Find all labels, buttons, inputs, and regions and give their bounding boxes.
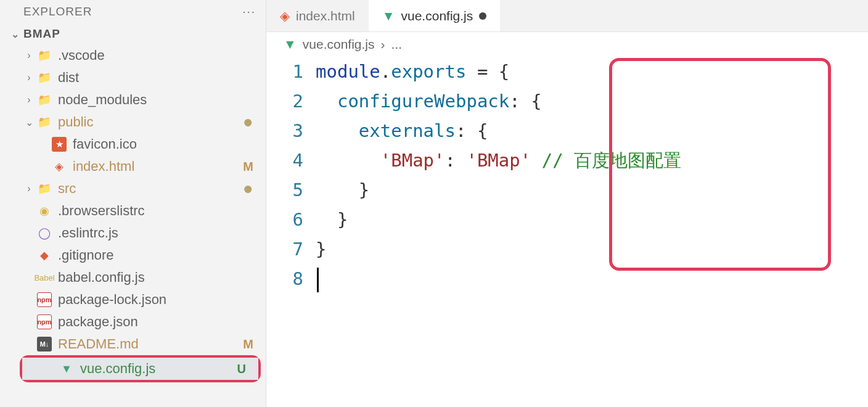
- vue-icon: ▼: [382, 9, 395, 23]
- breadcrumb-rest: ...: [391, 37, 403, 52]
- file-label: dist: [58, 70, 253, 86]
- star-icon: ★: [52, 137, 67, 152]
- file-label: package.json: [58, 314, 253, 330]
- breadcrumb[interactable]: ▼ vue.config.js › ...: [266, 32, 868, 57]
- breadcrumb-file: vue.config.js: [303, 37, 375, 52]
- html-icon: ◈: [280, 9, 290, 23]
- chevron-down-icon: ⌄: [10, 28, 21, 40]
- folder-grn-icon: 📁: [37, 92, 52, 107]
- git-icon: ◆: [37, 248, 52, 263]
- git-status-untracked: U: [237, 362, 246, 376]
- cursor: [317, 268, 319, 292]
- highlighted-file-box: ▼ vue.config.js U: [20, 355, 261, 382]
- npm-icon: npm: [37, 292, 52, 307]
- editor-area: ◈index.html▼vue.config.js ▼ vue.config.j…: [266, 0, 868, 407]
- tab-vue-config-js[interactable]: ▼vue.config.js: [369, 0, 501, 31]
- git-status: M: [243, 337, 253, 352]
- explorer-more-icon[interactable]: ···: [242, 5, 256, 18]
- code-content[interactable]: module.exports = { configureWebpack: { e…: [316, 57, 681, 294]
- tree-item[interactable]: Babelbabel.config.js: [0, 266, 266, 289]
- file-label: index.html: [73, 158, 243, 175]
- file-label: .eslintrc.js: [58, 225, 253, 241]
- tree-item[interactable]: ›📁src●: [0, 178, 266, 200]
- file-label: favicon.ico: [73, 136, 253, 152]
- tree-item[interactable]: ›📁.vscode: [0, 44, 266, 67]
- git-status: M: [243, 160, 253, 174]
- yellow-icon: ◉: [37, 204, 52, 218]
- tab-label: index.html: [296, 9, 355, 23]
- file-label: .gitignore: [58, 247, 253, 263]
- tree-file-vue-config[interactable]: ▼ vue.config.js U: [22, 358, 258, 380]
- file-label: .vscode: [58, 47, 253, 64]
- babel-icon: Babel: [37, 270, 52, 285]
- file-label: package-lock.json: [58, 292, 253, 308]
- tab-label: vue.config.js: [401, 9, 473, 23]
- tree-item[interactable]: ◆.gitignore: [0, 244, 266, 266]
- folder-blue-icon: 📁: [37, 48, 52, 63]
- file-label: README.md: [58, 336, 243, 352]
- line-numbers: 12345678: [285, 57, 316, 294]
- chevron-icon: ›: [23, 183, 35, 194]
- tree-item[interactable]: npmpackage.json: [0, 311, 266, 333]
- tree-item[interactable]: ›📁node_modules: [0, 89, 266, 111]
- file-label: vue.config.js: [80, 361, 237, 377]
- code-editor[interactable]: 12345678 module.exports = { configureWeb…: [285, 57, 850, 294]
- folder-yel-icon: 📁: [37, 70, 52, 85]
- tab-index-html[interactable]: ◈index.html: [266, 0, 369, 31]
- tree-item[interactable]: npmpackage-lock.json: [0, 289, 266, 311]
- vue-icon: ▼: [284, 37, 297, 52]
- md-icon: M↓: [37, 337, 52, 352]
- chevron-icon: ›: [23, 50, 35, 61]
- folder-grn-icon: 📁: [37, 181, 52, 196]
- tree-item[interactable]: ◉.browserslistrc: [0, 200, 266, 222]
- explorer-title: EXPLORER: [23, 5, 92, 18]
- file-label: babel.config.js: [58, 269, 253, 286]
- file-label: .browserslistrc: [58, 203, 253, 219]
- vue-icon: ▼: [59, 361, 74, 376]
- chevron-icon: ›: [23, 94, 35, 105]
- npm-icon: npm: [37, 314, 52, 329]
- tree-item[interactable]: M↓README.mdM: [0, 333, 266, 355]
- html-icon: ◈: [52, 159, 67, 174]
- tree-item[interactable]: ⌄📁public●: [0, 111, 266, 133]
- project-name: BMAP: [23, 27, 60, 41]
- editor-tabs: ◈index.html▼vue.config.js: [266, 0, 868, 32]
- explorer-header: EXPLORER ···: [0, 0, 266, 23]
- explorer-sidebar: EXPLORER ··· ⌄ BMAP ›📁.vscode›📁dist›📁nod…: [0, 0, 266, 407]
- tree-item[interactable]: ›📁dist: [0, 67, 266, 89]
- file-label: src: [58, 181, 243, 197]
- tree-item[interactable]: ★favicon.ico: [0, 133, 266, 155]
- chevron-icon: ›: [23, 72, 35, 83]
- project-header[interactable]: ⌄ BMAP: [0, 23, 266, 44]
- tree-item[interactable]: ◯.eslintrc.js: [0, 222, 266, 244]
- file-label: public: [58, 114, 243, 130]
- file-label: node_modules: [58, 92, 253, 108]
- dirty-indicator-icon: [479, 12, 486, 20]
- chevron-icon: ⌄: [23, 117, 35, 128]
- tree-item[interactable]: ◈index.htmlM: [0, 155, 266, 178]
- code-wrapper: 12345678 module.exports = { configureWeb…: [266, 57, 868, 294]
- breadcrumb-separator: ›: [381, 37, 385, 52]
- folder-grn-icon: 📁: [37, 115, 52, 130]
- purple-icon: ◯: [37, 226, 52, 240]
- file-tree: ›📁.vscode›📁dist›📁node_modules⌄📁public●★f…: [0, 44, 266, 355]
